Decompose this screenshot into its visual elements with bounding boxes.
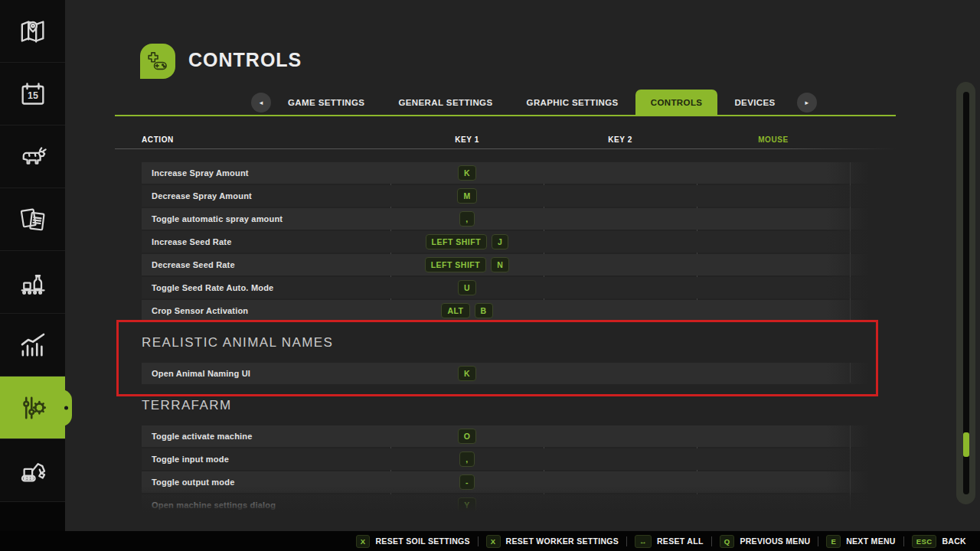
footer-action-back[interactable]: ESC BACK bbox=[904, 535, 974, 548]
footer-action-label: BACK bbox=[942, 536, 966, 546]
cow-icon bbox=[17, 141, 49, 173]
section-rows: Increase Spray Amount K Decrease Spray A… bbox=[142, 162, 869, 321]
key2-cell[interactable] bbox=[544, 425, 697, 447]
sidebar-item-construction[interactable] bbox=[0, 439, 65, 502]
footer-action-label: RESET ALL bbox=[657, 536, 704, 546]
key1-cell[interactable]: O bbox=[390, 425, 544, 447]
table-row[interactable]: Toggle activate machine O bbox=[142, 425, 869, 447]
scrollbar-track[interactable] bbox=[963, 92, 969, 494]
footer-key-badge: X bbox=[486, 535, 501, 548]
footer-action-reset-soil-settings[interactable]: X RESET SOIL SETTINGS bbox=[348, 535, 478, 548]
footer-action-next-menu[interactable]: E NEXT MENU bbox=[818, 535, 903, 548]
scrollbar-thumb[interactable] bbox=[963, 432, 969, 457]
key2-cell[interactable] bbox=[544, 185, 697, 207]
tab-label: GRAPHIC SETTINGS bbox=[527, 98, 619, 107]
sidebar-item-map[interactable] bbox=[0, 0, 65, 63]
key-badge: K bbox=[458, 165, 476, 181]
table-row[interactable]: Toggle input mode , bbox=[142, 448, 869, 470]
key2-cell[interactable] bbox=[544, 300, 697, 321]
tab-label: GENERAL SETTINGS bbox=[398, 98, 492, 107]
footer-action-reset-all[interactable]: ↔ RESET ALL bbox=[627, 535, 711, 548]
chevron-left-icon: ◂ bbox=[260, 99, 263, 106]
key-badge: , bbox=[459, 211, 474, 227]
key1-cell[interactable]: LEFT SHIFTJ bbox=[390, 231, 544, 253]
tab-label: CONTROLS bbox=[651, 98, 703, 107]
action-label: Toggle input mode bbox=[142, 455, 390, 464]
tab-graphic-settings[interactable]: GRAPHIC SETTINGS bbox=[510, 90, 635, 115]
key-badge: B bbox=[475, 303, 493, 318]
documents-icon bbox=[18, 204, 48, 235]
sidebar-item-calendar[interactable]: 15 bbox=[0, 63, 65, 126]
tab-label: DEVICES bbox=[734, 98, 775, 107]
action-label: Toggle automatic spray amount bbox=[142, 214, 390, 223]
key1-cell[interactable]: M bbox=[390, 185, 544, 207]
table-row[interactable]: Decrease Seed Rate LEFT SHIFTN bbox=[142, 254, 869, 276]
footer-action-label: RESET WORKER SETTINGS bbox=[506, 536, 619, 546]
tab-underline bbox=[115, 115, 896, 116]
tabs-prev-button[interactable]: ◂ bbox=[251, 93, 271, 112]
table-row[interactable]: Increase Seed Rate LEFT SHIFTJ bbox=[142, 231, 869, 253]
settings-gear-icon bbox=[17, 392, 49, 424]
table-header-row: ACTIONKEY 1KEY 2MOUSE bbox=[115, 132, 896, 147]
key1-cell[interactable]: U bbox=[390, 277, 544, 298]
tab-game-settings[interactable]: GAME SETTINGS bbox=[271, 90, 381, 115]
scroll-fade-overlay bbox=[115, 486, 903, 531]
mouse-cell[interactable] bbox=[697, 363, 850, 384]
key2-cell[interactable] bbox=[544, 231, 697, 253]
key-badge: M bbox=[457, 188, 476, 204]
table-row[interactable]: Open Animal Naming UI K bbox=[142, 363, 869, 384]
table-row[interactable]: Decrease Spray Amount M bbox=[142, 185, 869, 207]
controls-settings-screen: 15 bbox=[0, 0, 980, 551]
table-row[interactable]: Increase Spray Amount K bbox=[142, 162, 869, 184]
key1-cell[interactable]: , bbox=[390, 208, 544, 230]
footer-action-reset-worker-settings[interactable]: X RESET WORKER SETTINGS bbox=[479, 535, 626, 548]
mouse-cell[interactable] bbox=[697, 254, 850, 276]
sidebar-item-contracts[interactable] bbox=[0, 188, 65, 251]
keybind-table: Increase Spray Amount K Decrease Spray A… bbox=[142, 162, 869, 517]
footer-key-badge: ↔ bbox=[635, 535, 652, 548]
sidebar-item-production[interactable] bbox=[0, 251, 65, 314]
controls-section-realistic-animal-names: REALISTIC ANIMAL NAMES Open Animal Namin… bbox=[142, 334, 869, 384]
sidebar-item-settings[interactable] bbox=[0, 377, 65, 439]
column-header-action: ACTION bbox=[115, 135, 390, 144]
mouse-cell[interactable] bbox=[697, 162, 850, 184]
table-row[interactable]: Toggle automatic spray amount , bbox=[142, 208, 869, 230]
mouse-cell[interactable] bbox=[697, 231, 850, 253]
mouse-cell[interactable] bbox=[697, 208, 850, 230]
action-label: Toggle Seed Rate Auto. Mode bbox=[142, 283, 390, 292]
tab-general-settings[interactable]: GENERAL SETTINGS bbox=[381, 90, 509, 115]
mouse-cell[interactable] bbox=[697, 425, 850, 447]
key2-cell[interactable] bbox=[544, 254, 697, 276]
tab-controls[interactable]: CONTROLS bbox=[635, 90, 718, 115]
page-title: CONTROLS bbox=[188, 49, 302, 71]
mouse-cell[interactable] bbox=[697, 185, 850, 207]
key1-cell[interactable]: , bbox=[390, 448, 544, 470]
key2-cell[interactable] bbox=[544, 277, 697, 298]
tabs-next-button[interactable]: ▸ bbox=[797, 93, 817, 112]
footer-action-previous-menu[interactable]: Q PREVIOUS MENU bbox=[712, 535, 818, 548]
mouse-cell[interactable] bbox=[697, 300, 850, 321]
key2-cell[interactable] bbox=[544, 208, 697, 230]
controls-section: Increase Spray Amount K Decrease Spray A… bbox=[142, 162, 869, 321]
sidebar-item-statistics[interactable] bbox=[0, 314, 65, 377]
action-label: Decrease Seed Rate bbox=[142, 260, 390, 269]
key1-cell[interactable]: K bbox=[390, 363, 544, 384]
key1-cell[interactable]: K bbox=[390, 162, 544, 184]
key1-cell[interactable]: ALTB bbox=[390, 300, 544, 321]
column-header-mouse: MOUSE bbox=[697, 135, 850, 144]
scrollbar[interactable] bbox=[956, 82, 975, 504]
key2-cell[interactable] bbox=[544, 363, 697, 384]
sidebar-item-animals[interactable] bbox=[0, 126, 65, 188]
footer-key-badge: X bbox=[356, 535, 371, 548]
table-row[interactable]: Toggle Seed Rate Auto. Mode U bbox=[142, 277, 869, 298]
footer-action-bar: X RESET SOIL SETTINGS X RESET WORKER SET… bbox=[0, 531, 980, 551]
section-rows: Open Animal Naming UI K bbox=[142, 363, 869, 384]
mouse-cell[interactable] bbox=[697, 448, 850, 470]
key-badge: O bbox=[458, 429, 477, 444]
key2-cell[interactable] bbox=[544, 448, 697, 470]
key1-cell[interactable]: LEFT SHIFTN bbox=[390, 254, 544, 276]
tab-devices[interactable]: DEVICES bbox=[717, 90, 792, 115]
table-row[interactable]: Crop Sensor Activation ALTB bbox=[142, 300, 869, 321]
key2-cell[interactable] bbox=[544, 162, 697, 184]
mouse-cell[interactable] bbox=[697, 277, 850, 298]
